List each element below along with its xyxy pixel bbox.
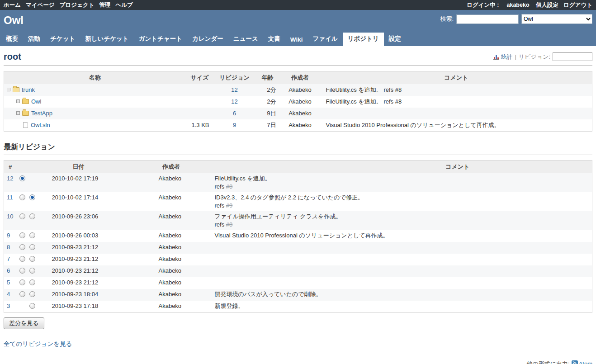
main-menu-tab-11[interactable]: 設定	[384, 32, 406, 46]
diff-to-radio[interactable]	[29, 291, 35, 297]
diff-to-radio[interactable]	[29, 279, 35, 285]
main-menu-tab-6[interactable]: ニュース	[228, 32, 263, 46]
main-menu-tab-7[interactable]: 文書	[263, 32, 285, 46]
main-menu-tab-3[interactable]: 新しいチケット	[80, 32, 133, 46]
diff-from-radio[interactable]	[19, 279, 25, 285]
expander-icon[interactable]	[16, 99, 20, 103]
main-menu-tab-8[interactable]: Wiki	[285, 33, 308, 46]
revision-row: 42010-09-23 18:04Akabeko開発環境のパスが入っていたので削…	[4, 289, 592, 301]
top-menu-item-0[interactable]: ホーム	[4, 2, 21, 8]
expander-icon[interactable]	[16, 111, 20, 115]
revision-author: Akabeko	[140, 242, 203, 254]
diff-from-radio[interactable]	[19, 291, 25, 297]
diff-to-radio[interactable]	[29, 194, 35, 200]
repo-contextual: 統計 | リビジョン:	[493, 52, 592, 61]
entry-link[interactable]: trunk	[22, 86, 35, 93]
revision-link[interactable]: 6	[233, 110, 236, 117]
issue-link[interactable]: #8	[226, 183, 232, 190]
diff-to-radio[interactable]	[29, 256, 35, 262]
revision-author: Akabeko	[140, 301, 203, 313]
project-jump-select[interactable]: Owl	[521, 14, 592, 24]
main-menu-tab-9[interactable]: ファイル	[307, 32, 342, 46]
diff-to-radio[interactable]	[29, 232, 35, 238]
revision-number-link[interactable]: 5	[7, 279, 10, 286]
entry-comment	[321, 108, 592, 119]
top-menu-item-4[interactable]: ヘルプ	[116, 2, 133, 8]
diff-to-radio-cell	[28, 254, 38, 265]
folder-open-icon	[13, 87, 19, 92]
diff-from-radio[interactable]	[19, 268, 25, 274]
expander-icon[interactable]	[7, 88, 10, 91]
main-menu-tab-2[interactable]: チケット	[45, 32, 80, 46]
revision-number-link[interactable]: 12	[7, 175, 13, 182]
diff-to-radio[interactable]	[29, 303, 35, 309]
revision-number-cell: 6	[4, 265, 18, 277]
revision-link[interactable]: 12	[231, 98, 237, 105]
revision-row: 82010-09-23 21:12Akabeko	[4, 242, 592, 254]
entry-size: 1.3 KB	[186, 119, 214, 132]
entry-link[interactable]: Owl.sln	[31, 122, 50, 128]
revision-row: 52010-09-23 21:12Akabeko	[4, 277, 592, 289]
entry-link[interactable]: Owl	[31, 98, 41, 105]
revision-date: 2010-09-23 21:12	[38, 242, 140, 254]
entry-age: 9日	[255, 108, 280, 119]
atom-link[interactable]: Atom	[570, 360, 592, 364]
diff-to-radio-cell	[28, 277, 38, 289]
view-diff-button[interactable]: 差分を見る	[4, 317, 44, 329]
entry-author: Akabeko	[280, 84, 321, 96]
file-icon	[23, 122, 28, 128]
revisions-header-row: #日付作成者コメント	[4, 161, 592, 174]
refs-label: refs	[215, 221, 226, 228]
rev-col-header-2: 作成者	[140, 161, 203, 174]
folder-icon	[22, 99, 29, 104]
file-col-header-1: サイズ	[186, 71, 214, 85]
diff-from-radio[interactable]	[19, 213, 25, 219]
diff-to-radio[interactable]	[29, 213, 35, 219]
top-menu-item-2[interactable]: プロジェクト	[60, 2, 95, 8]
account-link-0[interactable]: 個人設定	[536, 2, 558, 8]
rev-col-header-1: 日付	[18, 161, 140, 174]
account-link-1[interactable]: ログアウト	[563, 2, 592, 8]
revision-link[interactable]: 12	[231, 86, 237, 93]
revision-number-link[interactable]: 10	[7, 213, 13, 220]
diff-from-radio[interactable]	[19, 244, 25, 250]
diff-from-radio[interactable]	[19, 175, 25, 181]
revisions-table: #日付作成者コメント 122010-10-02 17:19AkabekoFile…	[4, 160, 592, 313]
diff-from-radio[interactable]	[19, 232, 25, 238]
revision-link[interactable]: 9	[233, 122, 236, 128]
refs-label: refs	[215, 183, 226, 190]
revision-number-link[interactable]: 3	[7, 303, 10, 309]
revision-number-link[interactable]: 9	[7, 232, 10, 239]
diff-to-radio[interactable]	[29, 244, 35, 250]
issue-link[interactable]: #8	[226, 221, 232, 228]
stats-link[interactable]: 統計	[493, 53, 512, 61]
separator: |	[515, 53, 516, 60]
top-menu-item-1[interactable]: マイページ	[26, 2, 55, 8]
main-menu-tab-5[interactable]: カレンダー	[187, 32, 228, 46]
main-menu-tab-4[interactable]: ガントチャート	[134, 32, 187, 46]
main-menu-tab-0[interactable]: 概要	[1, 32, 23, 46]
diff-to-radio[interactable]	[29, 268, 35, 274]
revision-number-link[interactable]: 7	[7, 255, 10, 262]
quick-search: 検索: Owl	[440, 14, 592, 24]
revision-label: リビジョン:	[519, 53, 550, 61]
main-menu-tab-1[interactable]: 活動	[23, 32, 45, 46]
diff-from-radio[interactable]	[19, 256, 25, 262]
issue-link[interactable]: #9	[226, 202, 232, 209]
revision-number-link[interactable]: 6	[7, 267, 10, 274]
all-revisions-link[interactable]: 全てのリビジョンを見る	[4, 340, 72, 348]
diff-from-radio-cell	[18, 265, 28, 277]
revision-number-link[interactable]: 8	[7, 244, 10, 251]
entry-author: Akabeko	[280, 96, 321, 108]
current-user-link[interactable]: akabeko	[507, 2, 530, 8]
file-table-header-row: 名称サイズリビジョン年齢作成者コメント	[4, 71, 592, 85]
commit-message: Visual Studio 2010 Professional のソリューション…	[215, 232, 591, 240]
diff-from-radio[interactable]	[19, 194, 25, 200]
revision-number-link[interactable]: 4	[7, 291, 10, 298]
main-menu-tab-10[interactable]: リポジトリ	[343, 32, 384, 46]
search-input[interactable]	[456, 14, 519, 24]
revision-input[interactable]	[553, 52, 592, 61]
top-menu-item-3[interactable]: 管理	[99, 2, 111, 8]
entry-link[interactable]: TestApp	[31, 110, 52, 117]
revision-number-link[interactable]: 11	[7, 194, 13, 201]
